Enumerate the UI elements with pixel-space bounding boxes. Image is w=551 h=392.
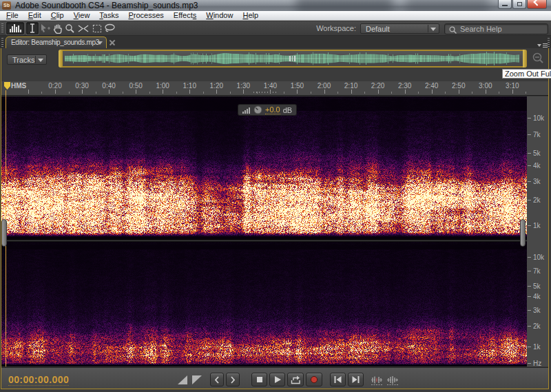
ruler-minor-tick (499, 92, 499, 94)
tab-dropdown-icon[interactable] (97, 41, 103, 45)
panel-grip[interactable] (1, 38, 3, 47)
selection-center-grip[interactable] (289, 56, 297, 61)
tracks-dropdown[interactable]: Tracks (7, 54, 47, 65)
ruler-label: 0:40 (102, 82, 115, 90)
freq-label: 5k (533, 149, 541, 157)
fade-in-button[interactable] (176, 374, 189, 385)
menu-edit[interactable]: Edit (23, 11, 46, 20)
frequency-display-tool[interactable] (6, 22, 24, 34)
titlebar-glass-blur (406, 0, 489, 11)
ruler-minor-tick (176, 92, 177, 94)
minimize-button[interactable] (498, 0, 512, 9)
zoom-out-full-button[interactable] (531, 52, 545, 65)
timeline-ruler[interactable]: HMS 0:200:300:400:501:001:101:201:301:40… (1, 81, 548, 96)
ruler-tick (55, 90, 56, 94)
marquee-rectangle-tool[interactable] (91, 22, 103, 34)
volume-value[interactable]: +0.0 (265, 105, 280, 114)
workspace-label: Workspace: (313, 24, 356, 32)
freq-tick (528, 153, 531, 154)
chevron-down-icon (38, 59, 43, 62)
freq-label: 5k (533, 282, 541, 290)
search-icon (448, 25, 458, 34)
freq-tick (528, 257, 531, 258)
ruler-minor-tick (149, 92, 150, 94)
zoom-tool[interactable] (64, 22, 75, 34)
channel-divider-handle-left[interactable] (1, 219, 7, 247)
go-to-beginning-button[interactable] (330, 373, 346, 386)
ruler-label: 1:40 (264, 82, 277, 90)
waveform-display-toggle[interactable] (370, 374, 384, 386)
channel-divider-handle-right[interactable] (520, 219, 526, 247)
menu-effects[interactable]: Effects (169, 11, 201, 20)
ruler-tick (163, 90, 163, 94)
freq-tick (528, 134, 531, 135)
fade-in-icon (177, 375, 188, 385)
menu-view[interactable]: View (69, 11, 95, 20)
selection-handle-left[interactable] (59, 50, 63, 68)
marquee-rect-icon (92, 24, 102, 33)
menu-processes[interactable]: Processes (123, 11, 168, 20)
ruler-label: 1:20 (210, 82, 223, 90)
ruler-tick (136, 90, 136, 94)
frequency-scale: 10k7k5k4k3k2k1k10k7k5k4k3k2k1kHz (527, 96, 548, 367)
menu-window[interactable]: Window (201, 11, 238, 20)
ruler-tick (28, 90, 29, 94)
next-button[interactable] (226, 373, 240, 386)
panel-grip-right[interactable] (548, 38, 550, 47)
time-selection-tool[interactable] (26, 22, 39, 34)
volume-unit-label: dB (283, 106, 292, 114)
ruler-tick (324, 90, 325, 94)
search-help-box[interactable] (444, 23, 548, 34)
search-input[interactable] (460, 25, 545, 33)
move-tool[interactable] (39, 22, 51, 34)
overview-waveform-strip[interactable] (59, 50, 527, 68)
freq-tick (528, 118, 531, 118)
ruler-tick (432, 90, 433, 94)
panel-border-right (548, 48, 549, 389)
lasso-tool[interactable] (103, 22, 116, 34)
workspace-dropdown[interactable]: Default (360, 23, 439, 34)
record-button[interactable] (306, 373, 322, 386)
editor-tab[interactable]: Editor: Beamship_sounds.mp3 (6, 37, 107, 48)
loop-playback-button[interactable] (287, 373, 304, 386)
menu-file[interactable]: File (1, 11, 23, 20)
previous-button[interactable] (210, 373, 224, 386)
skip-end-icon (351, 375, 360, 384)
ruler-label: 1:10 (183, 82, 196, 90)
spectrogram-canvas[interactable] (1, 96, 527, 367)
stop-button[interactable] (251, 373, 267, 386)
spectral-display-toggle[interactable] (386, 374, 399, 386)
hand-tool[interactable] (52, 22, 63, 34)
ruler-tick (459, 90, 459, 94)
play-button[interactable] (269, 373, 285, 386)
toolbar-grip[interactable] (1, 23, 3, 34)
time-display[interactable]: 00:00:00.000 (8, 374, 69, 386)
magnifier-icon (65, 23, 75, 34)
menu-tasks[interactable]: Tasks (94, 11, 123, 20)
titlebar[interactable]: Sb Adobe Soundbooth CS4 - Beamship_sound… (0, 0, 551, 11)
ruler-label: 2:00 (318, 82, 331, 90)
freq-label: Hz (533, 360, 541, 367)
ruler-label: 2:10 (344, 82, 357, 90)
ruler-label: 2:50 (452, 82, 465, 90)
freq-label: 4k (533, 293, 541, 300)
ruler-tick (297, 90, 298, 94)
fade-out-button[interactable] (191, 374, 203, 385)
ruler-label: 2:20 (371, 82, 384, 90)
freq-tick (528, 310, 531, 311)
go-to-end-button[interactable] (348, 373, 364, 386)
ruler-minor-tick (391, 92, 392, 94)
marquee-time-tool[interactable] (76, 22, 90, 34)
ruler-minor-tick (96, 92, 96, 94)
freq-label: 2k (533, 322, 541, 330)
tab-close-button[interactable] (109, 39, 116, 46)
menu-clip[interactable]: Clip (46, 11, 69, 20)
volume-knob-icon[interactable] (253, 105, 262, 114)
selection-handle-right[interactable] (523, 50, 527, 68)
ruler-minor-tick (311, 92, 311, 94)
freq-label: 1k (533, 343, 541, 351)
ruler-scroll-grip[interactable] (253, 92, 277, 93)
maximize-button[interactable] (512, 0, 526, 9)
menu-help[interactable]: Help (238, 11, 263, 20)
close-button[interactable] (527, 0, 547, 9)
